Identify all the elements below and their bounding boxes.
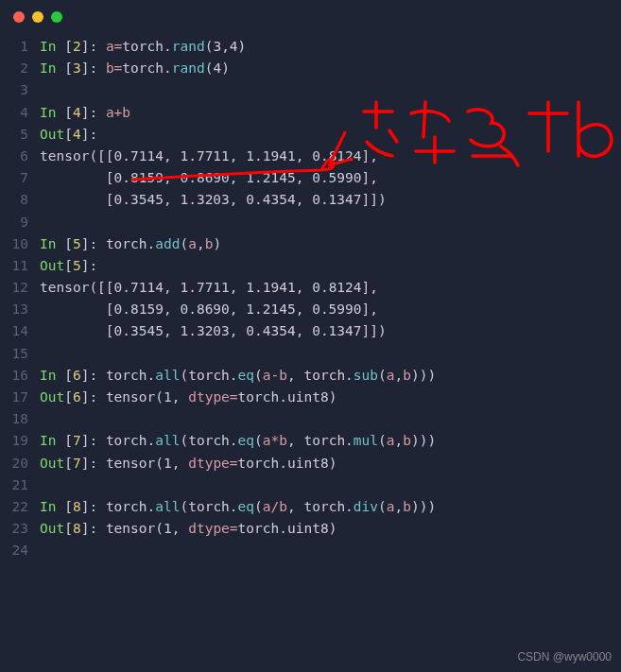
line-content: Out[7]: tensor(1, dtype=torch.uint8) (40, 453, 621, 474)
code-line[interactable]: 7 [0.8159, 0.8690, 1.2145, 0.5990], (8, 167, 621, 189)
code-line[interactable]: 8 [0.3545, 1.3203, 0.4354, 0.1347]]) (8, 189, 621, 211)
code-line[interactable]: 24 (8, 540, 621, 561)
line-number: 8 (8, 189, 40, 211)
line-number: 17 (8, 387, 40, 408)
code-line[interactable]: 4In [4]: a+b (8, 102, 621, 124)
line-number: 23 (8, 518, 40, 540)
line-content (40, 474, 621, 496)
code-line[interactable]: 13 [0.8159, 0.8690, 1.2145, 0.5990], (8, 299, 621, 320)
code-line[interactable]: 1In [2]: a=torch.rand(3,4) (8, 36, 621, 58)
line-number: 15 (8, 343, 40, 365)
code-line[interactable]: 21 (8, 474, 621, 496)
maximize-icon[interactable] (51, 11, 62, 23)
code-line[interactable]: 3 (8, 79, 621, 101)
code-line[interactable]: 12tensor([[0.7114, 1.7711, 1.1941, 0.812… (8, 277, 621, 299)
line-number: 18 (8, 408, 40, 430)
line-content: tensor([[0.7114, 1.7711, 1.1941, 0.8124]… (40, 277, 621, 299)
line-number: 24 (8, 540, 40, 561)
code-editor[interactable]: 1In [2]: a=torch.rand(3,4)2In [3]: b=tor… (0, 30, 621, 562)
line-number: 21 (8, 474, 40, 496)
code-line[interactable]: 11Out[5]: (8, 255, 621, 277)
code-line[interactable]: 15 (8, 343, 621, 365)
line-content: [0.3545, 1.3203, 0.4354, 0.1347]]) (40, 320, 621, 342)
code-line[interactable]: 18 (8, 408, 621, 430)
code-line[interactable]: 2In [3]: b=torch.rand(4) (8, 58, 621, 79)
line-content: Out[8]: tensor(1, dtype=torch.uint8) (40, 518, 621, 540)
line-number: 13 (8, 299, 40, 320)
line-number: 10 (8, 233, 40, 255)
code-line[interactable]: 22In [8]: torch.all(torch.eq(a/b, torch.… (8, 496, 621, 518)
line-content: In [7]: torch.all(torch.eq(a*b, torch.mu… (40, 430, 621, 452)
line-number: 12 (8, 277, 40, 299)
line-number: 9 (8, 212, 40, 233)
line-number: 22 (8, 496, 40, 518)
line-number: 11 (8, 255, 40, 277)
code-line[interactable]: 20Out[7]: tensor(1, dtype=torch.uint8) (8, 453, 621, 474)
code-line[interactable]: 23Out[8]: tensor(1, dtype=torch.uint8) (8, 518, 621, 540)
line-content: tensor([[0.7114, 1.7711, 1.1941, 0.8124]… (40, 146, 621, 167)
code-line[interactable]: 10In [5]: torch.add(a,b) (8, 233, 621, 255)
close-icon[interactable] (13, 11, 25, 23)
line-number: 20 (8, 453, 40, 474)
line-content: [0.3545, 1.3203, 0.4354, 0.1347]]) (40, 189, 621, 211)
line-number: 16 (8, 365, 40, 387)
line-content (40, 408, 621, 430)
line-number: 5 (8, 124, 40, 146)
watermark: CSDN @wyw0000 (517, 648, 612, 666)
code-line[interactable]: 6tensor([[0.7114, 1.7711, 1.1941, 0.8124… (8, 146, 621, 167)
code-line[interactable]: 9 (8, 212, 621, 233)
line-content (40, 212, 621, 233)
line-content (40, 540, 621, 561)
line-content: In [3]: b=torch.rand(4) (40, 58, 621, 79)
line-content: Out[5]: (40, 255, 621, 277)
line-number: 7 (8, 167, 40, 189)
code-line[interactable]: 19In [7]: torch.all(torch.eq(a*b, torch.… (8, 430, 621, 452)
window-controls (0, 0, 621, 30)
line-content: [0.8159, 0.8690, 1.2145, 0.5990], (40, 299, 621, 320)
line-content: In [8]: torch.all(torch.eq(a/b, torch.di… (40, 496, 621, 518)
line-content: [0.8159, 0.8690, 1.2145, 0.5990], (40, 167, 621, 189)
line-content: In [4]: a+b (40, 102, 621, 124)
code-line[interactable]: 17Out[6]: tensor(1, dtype=torch.uint8) (8, 387, 621, 408)
line-number: 3 (8, 79, 40, 101)
line-content: In [2]: a=torch.rand(3,4) (40, 36, 621, 58)
line-number: 6 (8, 146, 40, 167)
line-number: 2 (8, 58, 40, 79)
line-content (40, 343, 621, 365)
line-number: 14 (8, 320, 40, 342)
line-content: In [6]: torch.all(torch.eq(a-b, torch.su… (40, 365, 621, 387)
code-line[interactable]: 14 [0.3545, 1.3203, 0.4354, 0.1347]]) (8, 320, 621, 342)
code-line[interactable]: 16In [6]: torch.all(torch.eq(a-b, torch.… (8, 365, 621, 387)
line-number: 1 (8, 36, 40, 58)
line-content (40, 79, 621, 101)
minimize-icon[interactable] (32, 11, 43, 23)
line-content: Out[4]: (40, 124, 621, 146)
code-line[interactable]: 5Out[4]: (8, 124, 621, 146)
line-number: 19 (8, 430, 40, 452)
line-content: Out[6]: tensor(1, dtype=torch.uint8) (40, 387, 621, 408)
line-number: 4 (8, 102, 40, 124)
line-content: In [5]: torch.add(a,b) (40, 233, 621, 255)
